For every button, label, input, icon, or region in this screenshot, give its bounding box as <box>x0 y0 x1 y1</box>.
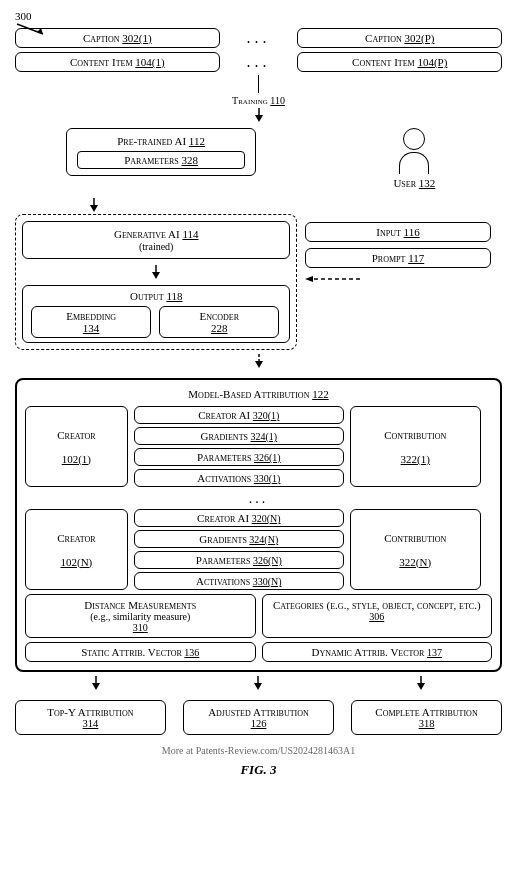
caption-p-box: Caption 302(P) <box>297 28 502 48</box>
fig-label: FIG. 3 <box>15 762 502 778</box>
complete-ref: 318 <box>419 718 435 729</box>
creatorAIN-ref: 320(N) <box>252 513 281 524</box>
static-vector-box: Static Attrib. Vector 136 <box>25 642 256 662</box>
input-label: Input <box>376 226 401 238</box>
distance-box: Distance Measurements (e.g., similarity … <box>25 594 256 638</box>
categories-ref: 306 <box>369 611 384 622</box>
distance-ref: 310 <box>133 622 148 633</box>
fig-section: More at Patents-Review.com/US2024281463A… <box>15 745 502 778</box>
dynamic-label: Dynamic Attrib. Vector <box>312 646 425 658</box>
creatorAIN-label: Creator AI <box>197 512 249 524</box>
input-ref: 116 <box>404 226 420 238</box>
training-arrow <box>15 75 502 93</box>
fig-number: FIG. 3 <box>240 762 276 777</box>
categories-label: Categories (e.g., style, object, concept… <box>273 599 481 611</box>
caption-dots: ... <box>247 29 271 47</box>
contentP-ref: 104(P) <box>417 56 447 68</box>
genai-label: Generative AI <box>114 228 180 240</box>
svg-marker-17 <box>417 683 425 690</box>
contentP-box: Content Item 104(P) <box>297 52 502 72</box>
genai-box: Generative AI 114 (trained) <box>22 221 290 259</box>
topY-ref: 314 <box>83 718 99 729</box>
attr-row-n: Creator 102(N) Creator AI 320(N) Gradien… <box>25 509 492 590</box>
attr-row-1: Creator 102(1) Creator AI 320(1) Gradien… <box>25 406 492 487</box>
categories-box: Categories (e.g., style, object, concept… <box>262 594 493 638</box>
prompt-label: Prompt <box>372 252 406 264</box>
svg-marker-11 <box>255 361 263 368</box>
captionP-ref: 302(P) <box>404 32 434 44</box>
genai-section: Generative AI 114 (trained) <box>15 214 502 350</box>
gradients1-ref: 324(1) <box>250 431 277 442</box>
gradientsN-box: Gradients 324(N) <box>134 530 344 548</box>
ref-number: 300 <box>15 10 32 22</box>
creator-ai-1-col: Creator AI 320(1) Gradients 324(1) Param… <box>134 406 344 487</box>
contributionN-ref: 322(N) <box>399 556 431 568</box>
embedding-box: Embedding 134 <box>31 306 151 338</box>
contributionN-box: Contribution 322(N) <box>350 509 481 590</box>
genai-sub: (trained) <box>139 241 173 252</box>
topY-box: Top-Y Attribution 314 <box>15 700 166 735</box>
caption1-label: Caption <box>83 32 120 44</box>
creatorN-box: Creator 102(N) <box>25 509 128 590</box>
parametersN-box: Parameters 326(N) <box>134 551 344 569</box>
embedding-label: Embedding <box>66 310 116 322</box>
creator-ai-n-col: Creator AI 320(N) Gradients 324(N) Param… <box>134 509 344 590</box>
topY-label: Top-Y Attribution <box>47 706 133 718</box>
training-label: Training 110 <box>232 95 285 106</box>
vector-row: Static Attrib. Vector 136 Dynamic Attrib… <box>25 642 492 662</box>
svg-marker-9 <box>305 276 313 282</box>
distance-sub: (e.g., similarity measure) <box>90 611 190 622</box>
parametersN-ref: 326(N) <box>253 555 282 566</box>
attr-title-label: Model-Based Attribution <box>188 388 309 400</box>
distance-label: Distance Measurements <box>84 599 196 611</box>
activations1-box: Activations 330(1) <box>134 469 344 487</box>
output-box: Output 118 Embedding 134 Encoder <box>22 285 290 343</box>
pretrained-ref: 112 <box>189 135 205 147</box>
contribution1-ref: 322(1) <box>401 453 430 465</box>
activationsN-label: Activations <box>196 575 250 587</box>
pretrained-label: Pre-trained AI <box>117 135 186 147</box>
creatorAIN-box: Creator AI 320(N) <box>134 509 344 527</box>
static-label: Static Attrib. Vector <box>81 646 182 658</box>
pretrained-user-row: Pre-trained AI 112 Parameters 328 User 1… <box>15 128 502 195</box>
prompt-box: Prompt 117 <box>305 248 490 268</box>
output-ref: 118 <box>166 290 182 302</box>
caption-1-box: Caption 302(1) <box>15 28 220 48</box>
gradientsN-label: Gradients <box>199 533 247 545</box>
encoder-label: Encoder <box>199 310 239 322</box>
user-body <box>399 152 429 174</box>
caption-row: Caption 302(1) ... Caption 302(P) <box>15 28 502 48</box>
parametersN-label: Parameters <box>196 554 251 566</box>
content1-label: Content Item <box>70 56 133 68</box>
contribution1-label: Contribution <box>384 429 446 441</box>
encoder-box: Encoder 228 <box>159 306 279 338</box>
complete-box: Complete Attribution 318 <box>351 700 502 735</box>
complete-label: Complete Attribution <box>375 706 477 718</box>
creatorN-label: Creator <box>57 532 95 544</box>
content-row: Content Item 104(1) ... Content Item 104… <box>15 52 502 72</box>
creatorN-ref: 102(N) <box>60 556 92 568</box>
adjusted-ref: 126 <box>251 718 267 729</box>
activationsN-ref: 330(N) <box>253 576 282 587</box>
creator1-box: Creator 102(1) <box>25 406 128 487</box>
parameters1-ref: 326(1) <box>254 452 281 463</box>
svg-marker-15 <box>254 683 262 690</box>
parameters-ref: 328 <box>182 154 199 166</box>
content-dots: ... <box>247 53 271 71</box>
user-head <box>403 128 425 150</box>
distance-categories-row: Distance Measurements (e.g., similarity … <box>25 594 492 638</box>
embedding-ref: 134 <box>83 322 100 334</box>
parameters-label: Parameters <box>124 154 179 166</box>
creator1-label: Creator <box>57 429 95 441</box>
input-box: Input 116 <box>305 222 490 242</box>
output-inner-row: Embedding 134 Encoder 228 <box>31 306 281 338</box>
svg-marker-5 <box>90 205 98 212</box>
adjusted-label: Adjusted Attribution <box>208 706 309 718</box>
caption1-ref: 302(1) <box>122 32 151 44</box>
creatorAI1-ref: 320(1) <box>253 410 280 421</box>
bottom-outputs-row: Top-Y Attribution 314 Adjusted Attributi… <box>15 700 502 735</box>
contributionN-label: Contribution <box>384 532 446 544</box>
dynamic-ref: 137 <box>427 647 442 658</box>
gradients1-label: Gradients <box>200 430 248 442</box>
user-label: User 132 <box>393 177 435 189</box>
